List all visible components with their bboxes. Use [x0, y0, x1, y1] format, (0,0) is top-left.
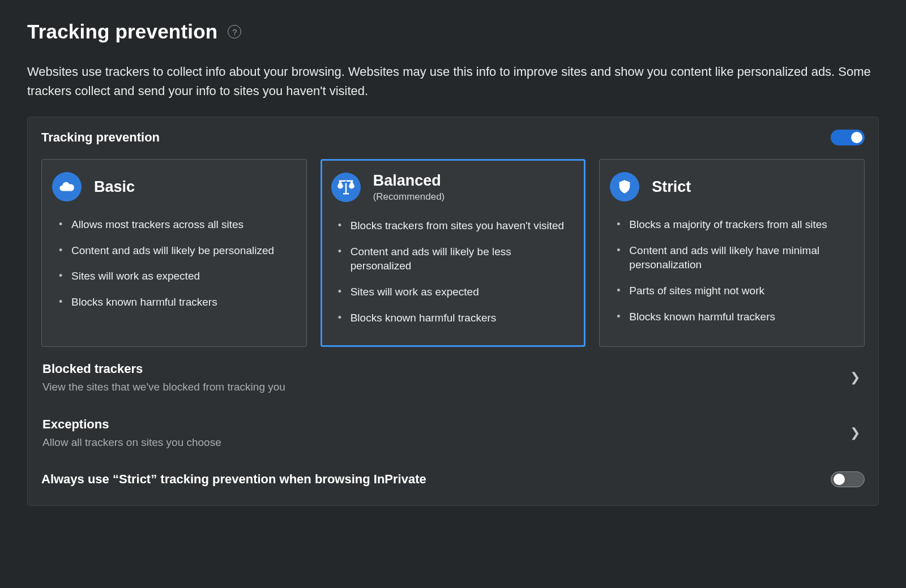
card-strict-title: Strict: [652, 178, 691, 196]
card-basic-bullet: Allows most trackers across all sites: [55, 212, 296, 238]
card-strict-bullet: Blocks known harmful trackers: [613, 304, 854, 330]
card-strict-bullet: Content and ads will likely have minimal…: [613, 238, 854, 278]
card-strict[interactable]: Strict Blocks a majority of trackers fro…: [599, 159, 865, 347]
page-title: Tracking prevention: [27, 20, 217, 43]
card-balanced-bullet: Blocks trackers from sites you haven't v…: [335, 213, 575, 239]
link-exceptions-subtitle: Allow all trackers on sites you choose: [42, 436, 221, 449]
shield-icon: [610, 172, 639, 201]
link-blocked-trackers-subtitle: View the sites that we've blocked from t…: [42, 381, 285, 393]
card-basic-bullet: Content and ads will likely be personali…: [55, 238, 296, 264]
card-balanced-bullet: Blocks known harmful trackers: [335, 305, 575, 331]
card-basic-title: Basic: [94, 178, 135, 196]
inprivate-strict-toggle[interactable]: [831, 471, 865, 487]
tracking-prevention-panel: Tracking prevention Basic Allows most tr…: [27, 117, 879, 506]
card-basic-bullet: Sites will work as expected: [55, 263, 296, 289]
link-blocked-trackers-title: Blocked trackers: [42, 362, 285, 376]
cloud-icon: [52, 172, 82, 201]
chevron-right-icon: ❯: [850, 370, 864, 385]
help-icon[interactable]: ?: [228, 25, 241, 38]
link-exceptions-title: Exceptions: [42, 417, 221, 432]
card-strict-bullet: Blocks a majority of trackers from all s…: [613, 212, 854, 238]
card-strict-bullet: Parts of sites might not work: [613, 278, 854, 304]
link-exceptions[interactable]: Exceptions Allow all trackers on sites y…: [41, 402, 865, 451]
card-balanced-bullet: Content and ads will likely be less pers…: [335, 239, 575, 279]
card-balanced[interactable]: Balanced (Recommended) Blocks trackers f…: [320, 159, 586, 347]
link-blocked-trackers[interactable]: Blocked trackers View the sites that we'…: [41, 347, 865, 396]
card-balanced-title: Balanced: [373, 172, 445, 190]
page-description: Websites use trackers to collect info ab…: [27, 62, 871, 101]
tracking-prevention-toggle[interactable]: [831, 130, 865, 145]
inprivate-strict-label: Always use “Strict” tracking prevention …: [41, 472, 426, 487]
card-balanced-bullet: Sites will work as expected: [335, 279, 575, 305]
card-balanced-subtitle: (Recommended): [373, 191, 445, 203]
chevron-right-icon: ❯: [850, 426, 864, 440]
card-basic-bullet: Blocks known harmful trackers: [55, 289, 296, 315]
panel-title: Tracking prevention: [41, 130, 160, 145]
card-basic[interactable]: Basic Allows most trackers across all si…: [41, 159, 307, 347]
scale-icon: [331, 173, 361, 202]
